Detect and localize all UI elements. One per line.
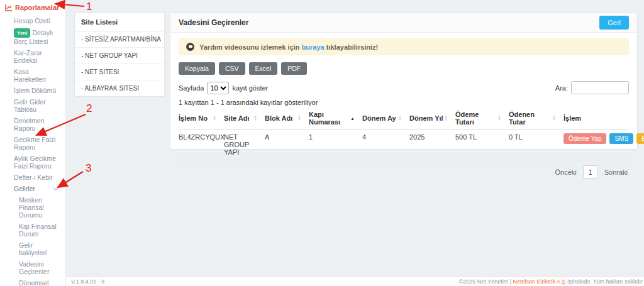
sort-icon[interactable]: ▲▼	[213, 115, 216, 121]
search-control: Ara:	[555, 81, 629, 94]
table-row: BL4ZRCYQUX NET GROUP YAPI A 1 4 2025 500…	[179, 129, 629, 160]
sms-button[interactable]: SMS	[609, 133, 633, 144]
sidebar-item-gelir-gider-tablosu[interactable]: Gelir Gider Tablosu	[0, 98, 65, 113]
site-list-item-net-group-yapi[interactable]: - NET GROUP YAPI	[75, 48, 164, 64]
cell-kapi-numarasi: 1	[309, 129, 362, 160]
email-button[interactable]: E-Posta	[636, 133, 644, 144]
col-header-donem-ay[interactable]: Dönem Ay▲▼	[362, 108, 409, 129]
site-list-item-albayrak-sitesi[interactable]: - ALBAYRAK SITESI	[75, 80, 164, 96]
sort-icon[interactable]: ▲▼	[398, 115, 402, 121]
sort-icon[interactable]: ▲▼	[497, 115, 501, 121]
overdue-table: İşlem No▲▼ Site Adı▲▼ Blok Adı▲▼ Kapı Nu…	[179, 108, 629, 160]
col-header-odeme-tutari[interactable]: Ödeme Tutarı▲▼	[455, 108, 509, 129]
netelsan-link[interactable]: Netelsan Elektrik A.Ş	[513, 278, 566, 285]
version-text: V.1.8.4.01 - 8	[71, 278, 104, 285]
csv-button[interactable]: CSV	[219, 62, 245, 75]
cell-donem-yil: 2025	[409, 129, 455, 160]
cell-donem-ay: 4	[362, 129, 409, 160]
copyright-text: ©2025 Net Yönetim | Netelsan Elektrik A.…	[459, 278, 643, 285]
sidebar-item-gelirler[interactable]: Gelirler	[0, 185, 65, 192]
excel-button[interactable]: Excel	[249, 62, 278, 75]
col-header-islem-no[interactable]: İşlem No▲▼	[179, 108, 224, 129]
sidebar-item-hesap-ozeti[interactable]: Hesap Özeti	[0, 17, 65, 25]
row-actions: Ödeme Yap SMS E-Posta	[564, 133, 626, 144]
pagination: Önceki 1 Sonraki	[179, 160, 629, 184]
cell-islem-no: BL4ZRCYQUX	[179, 129, 224, 160]
page-size-control: Sayfada 10 kayıt göster	[179, 82, 268, 94]
sidebar-item-islem-dokumu[interactable]: İşlem Dökümü	[0, 87, 65, 94]
previous-page-button[interactable]: Önceki	[555, 168, 576, 176]
sidebar-item-gecikme-faizi-raporu[interactable]: Gecikme Faizi Raporu	[0, 136, 65, 151]
sidebar-item-kar-zarar-endeksi[interactable]: Kar-Zarar Endeksi	[0, 49, 65, 64]
make-payment-button[interactable]: Ödeme Yap	[564, 133, 606, 144]
export-toolbar: Kopyala CSV Excel PDF	[179, 62, 629, 75]
chevron-down-icon	[53, 186, 58, 190]
alert-text: Yardım videosunu izlemek için buraya tık…	[199, 43, 378, 51]
col-header-donem-yil[interactable]: Dönem Yıl▲▼	[409, 108, 455, 129]
page-title: Vadesini Geçirenler	[179, 18, 248, 27]
sidebar-item-kisi-finansal-durum[interactable]: Kişi Finansal Durum	[0, 223, 65, 238]
help-video-link[interactable]: buraya	[302, 43, 325, 51]
chart-icon	[5, 4, 13, 11]
site-list-title: Site Listesi	[75, 13, 164, 31]
copy-button[interactable]: Kopyala	[179, 62, 215, 75]
sort-icon-active-asc[interactable]: ▲	[350, 117, 355, 120]
sidebar-item-detayli-borc-listesi[interactable]: YeniDetaylı Borç Listesi	[0, 28, 65, 45]
cell-odeme-tutari: 500 TL	[455, 129, 509, 160]
sidebar-item-mesken-finansal-durumu[interactable]: Mesken Finansal Durumu	[0, 196, 65, 219]
sidebar-item-gelir-bakiyeleri[interactable]: Gelir bakiyeleri	[0, 241, 65, 256]
sidebar: Raporlamalar Hesap Özeti YeniDetaylı Bor…	[0, 0, 66, 286]
site-list-item-net-sitesi[interactable]: - NET SITESI	[75, 64, 164, 80]
comment-icon	[186, 43, 194, 51]
col-header-site-adi[interactable]: Site Adı▲▼	[224, 108, 265, 129]
sort-icon[interactable]: ▲▼	[297, 115, 301, 121]
sidebar-item-aylik-gecikme-faizi-raporu[interactable]: Aylık Gecikme Faizi Raporu	[0, 155, 65, 170]
sidebar-item-raporlamalar[interactable]: Raporlamalar	[0, 4, 65, 11]
col-header-odenen-tutar[interactable]: Ödenen Tutar▲▼	[509, 108, 564, 129]
cell-odenen-tutar: 0 TL	[509, 129, 564, 160]
sidebar-item-donemsel-borclar[interactable]: Dönemsel Borçlar	[0, 279, 65, 286]
page-size-select[interactable]: 10	[207, 82, 229, 94]
sort-icon[interactable]: ▲▼	[552, 115, 556, 121]
panel-body: Yardım videosunu izlemek için buraya tık…	[170, 33, 637, 184]
footer: V.1.8.4.01 - 8 ©2025 Net Yönetim | Netel…	[66, 277, 644, 286]
site-list-item-sitesiz[interactable]: - SİTESİZ APARTMAN/BİNA	[75, 31, 164, 48]
back-button[interactable]: Geri	[599, 16, 629, 30]
pdf-button[interactable]: PDF	[281, 62, 307, 75]
table-controls: Sayfada 10 kayıt göster Ara:	[179, 81, 629, 94]
col-header-kapi-numarasi[interactable]: Kapı Numarası▲	[309, 108, 362, 129]
search-input[interactable]	[571, 81, 629, 94]
sidebar-item-defter-i-kebir[interactable]: Defter-i Kebir	[0, 173, 65, 181]
sidebar-item-kasa-hareketleri[interactable]: Kasa Hareketleri	[0, 68, 65, 83]
page-number-button[interactable]: 1	[583, 165, 598, 179]
sidebar-item-denetmen-raporu[interactable]: Denetmen Raporu	[0, 117, 65, 132]
sort-icon[interactable]: ▲▼	[444, 115, 448, 121]
cell-blok-adi: A	[265, 129, 309, 160]
help-video-alert: Yardım videosunu izlemek için buraya tık…	[179, 38, 629, 55]
site-list-panel: Site Listesi - SİTESİZ APARTMAN/BİNA - N…	[74, 13, 165, 97]
vadesini-gecirenler-panel: Vadesini Geçirenler Geri Yardım videosun…	[170, 13, 638, 150]
sidebar-item-vadesini-gecirenler[interactable]: Vadesini Geçirenler	[0, 260, 65, 275]
cell-site-adi: NET GROUP YAPI	[224, 129, 265, 160]
sidebar-section-label: Raporlamalar	[15, 4, 59, 11]
records-info: 1 kayıttan 1 - 1 arasındaki kayıtlar gös…	[179, 99, 629, 106]
new-badge: Yeni	[14, 28, 30, 38]
col-header-islem: İşlem	[564, 108, 629, 129]
sort-icon[interactable]: ▲▼	[253, 115, 257, 121]
col-header-blok-adi[interactable]: Blok Adı▲▼	[265, 108, 309, 129]
next-page-button[interactable]: Sonraki	[604, 168, 628, 176]
search-label: Ara:	[555, 84, 568, 92]
panel-header: Vadesini Geçirenler Geri	[170, 13, 637, 33]
table-header-row: İşlem No▲▼ Site Adı▲▼ Blok Adı▲▼ Kapı Nu…	[179, 108, 629, 129]
